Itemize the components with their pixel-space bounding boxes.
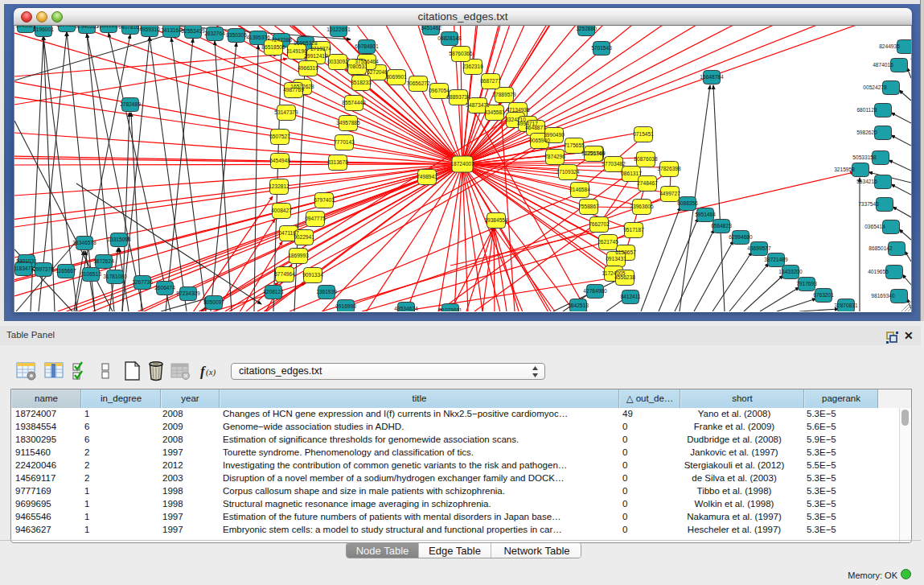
svg-text:33963605: 33963605 — [630, 204, 654, 209]
svg-text:4959310: 4959310 — [139, 27, 160, 32]
svg-text:7558867: 7558867 — [578, 204, 599, 209]
svg-text:6801128: 6801128 — [856, 107, 877, 113]
svg-text:62994680: 62994680 — [729, 234, 753, 240]
svg-text:9517187: 9517187 — [623, 227, 644, 233]
svg-text:5634216: 5634216 — [856, 179, 877, 184]
svg-text:41395376: 41395376 — [246, 35, 270, 40]
svg-text:4556238: 4556238 — [614, 274, 635, 280]
svg-text:13433200: 13433200 — [778, 269, 803, 274]
svg-text:4008427: 4008427 — [271, 208, 292, 213]
svg-text:3149190: 3149190 — [286, 48, 307, 54]
svg-text:4987769: 4987769 — [283, 87, 304, 93]
svg-text:6774964: 6774964 — [274, 271, 295, 277]
svg-text:85574443: 85574443 — [342, 100, 366, 105]
svg-text:7242388: 7242388 — [271, 37, 292, 43]
svg-text:23511615: 23511615 — [97, 26, 121, 28]
svg-text:51079911: 51079911 — [439, 307, 462, 311]
svg-text:77109324: 77109324 — [556, 169, 580, 175]
svg-text:10122691: 10122691 — [326, 27, 351, 32]
svg-text:4499727: 4499727 — [659, 191, 680, 196]
svg-text:0861317: 0861317 — [621, 171, 642, 176]
svg-text:8208121: 8208121 — [263, 289, 284, 295]
svg-text:96965328: 96965328 — [294, 40, 318, 46]
svg-text:27889579: 27889579 — [492, 92, 516, 97]
svg-text:1869993: 1869993 — [288, 253, 309, 258]
svg-text:52553419: 52553419 — [181, 28, 205, 34]
svg-text:2606474: 2606474 — [154, 285, 175, 290]
svg-text:7662702: 7662702 — [589, 221, 610, 227]
svg-text:19384554: 19384554 — [484, 217, 508, 223]
svg-text:8196001: 8196001 — [33, 27, 54, 32]
svg-text:5982620: 5982620 — [856, 130, 877, 135]
svg-text:38346578: 38346578 — [72, 240, 97, 245]
svg-text:70656272: 70656272 — [406, 80, 430, 86]
svg-text:04828148: 04828148 — [437, 35, 462, 41]
svg-text:3872624: 3872624 — [93, 258, 114, 264]
svg-text:5951484: 5951484 — [695, 212, 716, 217]
svg-text:3890838: 3890838 — [56, 26, 77, 27]
svg-text:3252880: 3252880 — [576, 26, 597, 31]
svg-text:1361939: 1361939 — [316, 289, 337, 295]
svg-text:3267736: 3267736 — [132, 279, 153, 285]
svg-text:43699577: 43699577 — [747, 245, 771, 251]
svg-text:9065940: 9065940 — [529, 138, 550, 143]
svg-text:7337543: 7337543 — [858, 201, 879, 207]
svg-text:00524278: 00524278 — [863, 84, 887, 90]
svg-text:2832764: 2832764 — [204, 31, 225, 36]
svg-text:6158657: 6158657 — [615, 249, 636, 255]
svg-text:9301031: 9301031 — [16, 258, 37, 264]
svg-text:1232812: 1232812 — [269, 183, 290, 189]
svg-text:0106513: 0106513 — [80, 271, 101, 277]
svg-text:98169340: 98169340 — [871, 293, 895, 299]
svg-text:13315098: 13315098 — [107, 237, 131, 242]
svg-text:7917693: 7917693 — [796, 281, 817, 286]
svg-text:2362316: 2362316 — [462, 64, 483, 69]
svg-text:(x): (x) — [206, 367, 216, 377]
svg-text:37940265: 37940265 — [75, 26, 99, 29]
svg-text:0916998: 0916998 — [335, 303, 356, 309]
svg-text:47134936: 47134936 — [506, 107, 530, 113]
svg-text:37826398: 37826398 — [657, 166, 681, 171]
svg-text:0913431: 0913431 — [606, 256, 626, 262]
svg-text:6272046: 6272046 — [367, 69, 388, 75]
svg-text:6507527: 6507527 — [269, 134, 290, 139]
svg-text:0365414: 0365414 — [864, 224, 885, 229]
svg-text:8350305: 8350305 — [226, 32, 247, 38]
svg-text:8451462: 8451462 — [421, 26, 441, 31]
svg-text:31781080: 31781080 — [103, 274, 127, 279]
svg-text:34957885: 34957885 — [336, 120, 360, 126]
svg-text:0715451: 0715451 — [633, 131, 654, 137]
svg-text:2719374: 2719374 — [310, 46, 331, 51]
svg-text:2997376: 2997376 — [33, 266, 54, 272]
svg-text:8050097: 8050097 — [203, 299, 224, 305]
svg-text:18724007: 18724007 — [450, 161, 474, 167]
svg-text:5183473: 5183473 — [14, 266, 34, 271]
svg-text:7498941: 7498941 — [417, 174, 437, 179]
svg-text:0947775: 0947775 — [305, 216, 326, 221]
svg-text:4019655: 4019655 — [868, 269, 889, 274]
svg-text:6797403: 6797403 — [314, 197, 335, 203]
svg-text:7175655: 7175655 — [564, 142, 585, 148]
svg-text:7080531: 7080531 — [347, 64, 368, 69]
svg-text:8313678: 8313678 — [327, 159, 348, 165]
svg-text:6564823: 6564823 — [711, 223, 732, 229]
svg-text:8412411: 8412411 — [620, 294, 641, 299]
svg-text:32870831: 32870831 — [834, 303, 858, 308]
svg-text:4966319: 4966319 — [298, 65, 318, 71]
svg-text:6763201: 6763201 — [813, 292, 834, 298]
svg-text:9091334: 9091334 — [302, 272, 323, 278]
svg-text:3413164: 3413164 — [161, 27, 182, 33]
svg-text:9022941: 9022941 — [294, 234, 314, 240]
svg-text:2748467: 2748467 — [637, 180, 658, 186]
svg-text:3215958: 3215958 — [834, 167, 855, 172]
svg-text:4648877: 4648877 — [525, 125, 546, 130]
svg-text:7874296: 7874296 — [544, 154, 565, 159]
svg-text:2782489: 2782489 — [120, 101, 141, 107]
svg-text:0033092: 0033092 — [327, 59, 348, 64]
svg-text:58760366: 58760366 — [449, 51, 473, 56]
svg-text:97703482: 97703482 — [602, 161, 626, 167]
svg-text:16648784: 16648784 — [700, 74, 724, 80]
svg-text:6088356: 6088356 — [677, 200, 698, 206]
svg-text:2621745: 2621745 — [598, 239, 618, 245]
svg-text:8069901: 8069901 — [386, 74, 407, 80]
